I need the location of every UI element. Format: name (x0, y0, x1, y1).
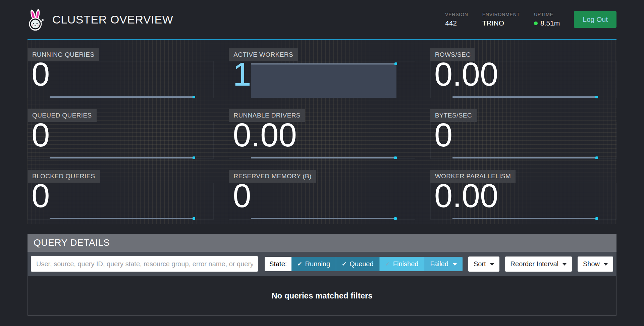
state-filter-failed-label: Failed (430, 260, 448, 268)
metric-sparkline (50, 157, 194, 158)
sparkline-dot-icon (394, 217, 397, 220)
empty-state-message: No queries matched filters (271, 291, 372, 300)
sparkline-dot-icon (595, 156, 598, 159)
query-search-input[interactable] (31, 256, 258, 272)
metric-label: BLOCKED QUERIES (28, 170, 100, 183)
state-filter-finished[interactable]: ✔ Finished (379, 257, 424, 271)
stat-environment-label: ENVIRONMENT (482, 12, 520, 17)
header-stats: VERSION 442 ENVIRONMENT TRINO UPTIME 8.5… (431, 11, 616, 28)
metric-label: RUNNABLE DRIVERS (229, 109, 305, 122)
state-filter-label: State: (265, 257, 291, 271)
metric-sparkline (251, 218, 395, 219)
metric-sparkline (50, 96, 194, 98)
reorder-interval-button-label: Reorder Interval (511, 260, 558, 268)
page-root: CLUSTER OVERVIEW VERSION 442 ENVIRONMENT… (28, 0, 616, 316)
show-button-label: Show (583, 260, 600, 268)
metric-card-runnable-drivers: RUNNABLE DRIVERS 0.00 (229, 109, 415, 160)
trino-logo-icon (28, 8, 45, 31)
trino-bunny-icon (28, 8, 44, 31)
caret-down-icon (453, 263, 457, 266)
sort-button-label: Sort (474, 260, 486, 268)
metric-area-fill (251, 63, 396, 98)
metric-sparkline (452, 157, 597, 158)
sort-dropdown-button[interactable]: Sort (468, 257, 499, 272)
logout-button[interactable]: Log Out (574, 11, 616, 28)
metric-value: 0 (434, 118, 453, 152)
state-filter-running[interactable]: ✔ Running (291, 257, 336, 271)
stat-version-value: 442 (445, 19, 468, 27)
metric-value-active-workers-link[interactable]: 1 (233, 57, 251, 92)
metric-sparkline (251, 157, 395, 158)
metric-value: 0.00 (233, 118, 297, 152)
state-filter-running-label: Running (305, 260, 330, 268)
caret-down-icon (562, 263, 567, 266)
metric-value: 0 (233, 179, 251, 213)
metric-card-queued-queries: QUEUED QUERIES 0 (28, 109, 214, 160)
metric-label: WORKER PARALLELISM (430, 170, 516, 183)
header: CLUSTER OVERVIEW VERSION 442 ENVIRONMENT… (28, 0, 616, 39)
metric-value: 0 (32, 118, 50, 152)
status-dot-icon (534, 21, 538, 25)
check-icon: ✔ (342, 261, 346, 268)
stat-uptime-text: 8.51m (540, 19, 560, 27)
metric-card-reserved-memory: RESERVED MEMORY (B) 0 (229, 170, 415, 221)
metric-card-active-workers: ACTIVE WORKERS 1 (229, 48, 415, 99)
sparkline-dot-icon (193, 96, 195, 98)
metric-sparkline (50, 218, 194, 219)
sparkline-dot-icon (394, 156, 397, 159)
stat-environment: ENVIRONMENT TRINO (482, 12, 520, 27)
state-filter-finished-label: Finished (393, 260, 419, 268)
metric-value: 0.00 (434, 179, 498, 213)
metrics-grid: RUNNING QUERIES 0 ACTIVE WORKERS 1 ROWS/… (28, 40, 616, 224)
metric-value: 0.00 (434, 57, 498, 92)
query-details-section: QUERY DETAILS State: ✔ Running ✔ Queued … (28, 234, 616, 316)
reorder-interval-dropdown-button[interactable]: Reorder Interval (505, 257, 572, 272)
metric-label: ACTIVE WORKERS (229, 48, 298, 61)
check-icon: ✔ (297, 261, 302, 268)
metric-label: RESERVED MEMORY (B) (229, 170, 316, 183)
sparkline-dot-icon (193, 156, 195, 159)
stat-environment-value: TRINO (482, 19, 520, 27)
check-icon: ✔ (385, 261, 390, 268)
metric-value: 0 (32, 179, 50, 213)
stat-version: VERSION 442 (445, 12, 468, 27)
page-title: CLUSTER OVERVIEW (52, 13, 173, 26)
caret-down-icon (604, 263, 608, 266)
metric-value: 0 (32, 57, 50, 92)
metric-card-bytes-sec: BYTES/SEC 0 (430, 109, 616, 160)
sparkline-dot-icon (595, 217, 598, 220)
query-details-title: QUERY DETAILS (28, 234, 616, 252)
metric-card-running-queries: RUNNING QUERIES 0 (28, 48, 214, 99)
sparkline-dot-icon (193, 217, 195, 220)
metric-label: ROWS/SEC (430, 48, 476, 61)
metric-sparkline (452, 218, 597, 219)
query-list-empty-state: No queries matched filters (28, 276, 616, 316)
stat-uptime-label: UPTIME (534, 12, 560, 17)
state-filter-queued-label: Queued (350, 260, 373, 268)
metric-label: QUEUED QUERIES (28, 109, 97, 122)
metric-card-rows-sec: ROWS/SEC 0.00 (430, 48, 616, 99)
metric-sparkline (452, 96, 597, 98)
caret-down-icon (490, 263, 494, 266)
sparkline-dot-icon (394, 62, 397, 65)
metric-card-blocked-queries: BLOCKED QUERIES 0 (28, 170, 214, 221)
metric-card-worker-parallelism: WORKER PARALLELISM 0.00 (430, 170, 616, 221)
metric-label: RUNNING QUERIES (28, 48, 99, 61)
stat-version-label: VERSION (445, 12, 468, 17)
query-filter-toolbar: State: ✔ Running ✔ Queued ✔ Finished Fai… (28, 252, 616, 276)
stat-uptime: UPTIME 8.51m (534, 12, 560, 27)
state-filter-queued[interactable]: ✔ Queued (336, 257, 379, 271)
show-dropdown-button[interactable]: Show (578, 257, 613, 272)
state-filter-failed-dropdown[interactable]: Failed (424, 257, 462, 271)
stat-uptime-value: 8.51m (534, 19, 560, 27)
state-filter-group: State: ✔ Running ✔ Queued ✔ Finished Fai… (265, 257, 463, 271)
metric-label: BYTES/SEC (430, 109, 477, 122)
sparkline-dot-icon (595, 96, 598, 98)
